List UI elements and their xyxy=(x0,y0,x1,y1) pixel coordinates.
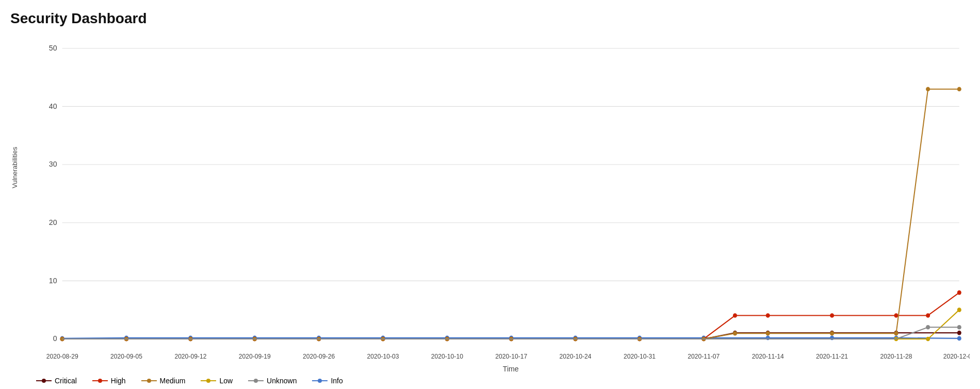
svg-text:2020-10-03: 2020-10-03 xyxy=(367,353,399,360)
legend-unknown-label: Unknown xyxy=(267,377,297,385)
svg-point-105 xyxy=(206,379,210,383)
page-title: Security Dashboard xyxy=(10,10,970,27)
legend-critical-label: Critical xyxy=(55,377,77,385)
svg-text:2020-11-21: 2020-11-21 xyxy=(816,353,848,360)
svg-text:2020-12-05: 2020-12-05 xyxy=(943,353,970,360)
svg-point-74 xyxy=(926,313,930,318)
legend-medium-label: Medium xyxy=(160,377,186,385)
svg-text:2020-10-17: 2020-10-17 xyxy=(495,353,527,360)
svg-text:40: 40 xyxy=(49,102,57,110)
svg-point-42 xyxy=(957,336,961,341)
svg-point-91 xyxy=(926,87,930,91)
svg-text:10: 10 xyxy=(49,276,57,285)
svg-text:2020-11-28: 2020-11-28 xyxy=(880,353,912,360)
svg-text:2020-10-24: 2020-10-24 xyxy=(560,353,592,360)
svg-text:50: 50 xyxy=(49,44,57,53)
svg-point-75 xyxy=(957,290,961,295)
svg-text:2020-09-05: 2020-09-05 xyxy=(110,353,142,360)
svg-text:2020-10-10: 2020-10-10 xyxy=(431,353,463,360)
svg-point-103 xyxy=(147,379,151,383)
legend-high-label: High xyxy=(111,377,126,385)
svg-point-70 xyxy=(733,313,737,318)
svg-point-107 xyxy=(254,379,258,383)
svg-point-94 xyxy=(926,337,930,342)
svg-text:30: 30 xyxy=(49,160,57,169)
svg-point-92 xyxy=(957,87,961,91)
legend-low-label: Low xyxy=(219,377,233,385)
svg-point-109 xyxy=(318,379,322,383)
svg-point-71 xyxy=(766,313,770,318)
legend-medium: Medium xyxy=(141,377,186,385)
svg-point-101 xyxy=(98,379,102,383)
svg-text:2020-11-14: 2020-11-14 xyxy=(752,353,784,360)
svg-point-88 xyxy=(766,331,770,336)
svg-point-58 xyxy=(957,331,961,335)
svg-point-96 xyxy=(926,325,930,330)
chart-legend: Critical High Medium Low Unknown xyxy=(36,377,970,385)
svg-point-93 xyxy=(957,307,961,312)
svg-point-90 xyxy=(894,331,898,336)
svg-point-87 xyxy=(733,331,737,336)
legend-low: Low xyxy=(201,377,233,385)
svg-text:2020-10-31: 2020-10-31 xyxy=(624,353,656,360)
legend-unknown: Unknown xyxy=(248,377,297,385)
svg-text:Time: Time xyxy=(503,364,519,372)
legend-info: Info xyxy=(312,377,342,385)
svg-text:2020-09-19: 2020-09-19 xyxy=(239,353,271,360)
chart-container: Vulnerabilities 50 40 30 20 10 0 2020-08… xyxy=(10,37,970,372)
svg-point-72 xyxy=(830,313,834,318)
legend-critical: Critical xyxy=(36,377,77,385)
legend-high: High xyxy=(92,377,126,385)
chart-svg: 50 40 30 20 10 0 2020-08-29 2020-09-05 2… xyxy=(31,37,970,372)
y-axis-label: Vulnerabilities xyxy=(11,147,19,188)
svg-text:2020-11-07: 2020-11-07 xyxy=(688,353,720,360)
legend-info-label: Info xyxy=(331,377,342,385)
svg-text:20: 20 xyxy=(49,218,57,227)
svg-text:2020-09-12: 2020-09-12 xyxy=(174,353,206,360)
svg-text:2020-08-29: 2020-08-29 xyxy=(46,353,78,360)
svg-text:0: 0 xyxy=(53,334,57,343)
svg-text:2020-09-26: 2020-09-26 xyxy=(303,353,335,360)
svg-point-99 xyxy=(42,379,46,383)
svg-point-97 xyxy=(957,325,961,330)
svg-point-89 xyxy=(830,331,834,336)
svg-point-73 xyxy=(894,313,898,318)
